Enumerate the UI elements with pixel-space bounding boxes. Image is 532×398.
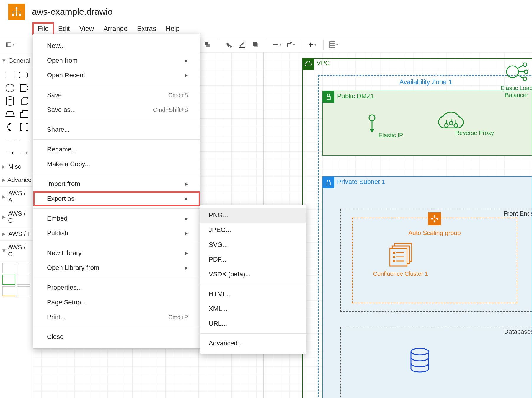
category-advanced[interactable]: ▸Advance [0,173,33,187]
menu-item-open-recent[interactable]: Open Recent▶ [33,68,200,83]
reverse-proxy-node[interactable]: Reverse Proxy [435,110,467,135]
menu-item-open-from[interactable]: Open from▶ [33,53,200,68]
shape-line-dots[interactable] [4,135,16,145]
menu-help[interactable]: Help [161,23,184,35]
menu-file[interactable]: File [33,23,53,35]
elb-label: Elastic Load Balancer [499,84,532,99]
category-aws-c1[interactable]: ▸AWS / C [0,207,33,227]
cluster-label: Confluence Cluster 1 [373,270,428,277]
category-aws-c2[interactable]: ▾AWS / C [0,241,33,261]
shape-rounded[interactable] [18,70,30,80]
menu-item-embed[interactable]: Embed▶ [33,211,200,226]
thumb-2[interactable] [17,263,30,273]
menu-item-publish[interactable]: Publish▶ [33,226,200,241]
shape-cube[interactable] [18,96,30,106]
export-html[interactable]: HTML... [200,287,306,301]
dmz-label: Public DMZ1 [337,92,374,100]
insert-icon[interactable]: +▼ [308,40,317,49]
menu-item-share[interactable]: Share... [33,122,200,137]
menu-arrange[interactable]: Arrange [99,23,132,35]
export-svg[interactable]: SVG... [200,237,306,252]
toback-icon[interactable] [203,40,212,49]
shape-brackets[interactable] [18,122,30,132]
thumb-4[interactable] [17,275,30,285]
az-label: Availability Zone 1 [399,78,452,86]
thumb-3[interactable] [2,275,15,285]
shape-palette [0,67,33,160]
shape-moon[interactable] [4,122,16,132]
menu-item-properties[interactable]: Properties... [33,280,200,295]
elastic-ip-node[interactable]: Elastic IP [367,114,377,137]
shape-cylinder[interactable] [4,96,16,106]
vpc-label: VPC [316,59,330,67]
cluster-node[interactable]: Confluence Cluster 1 [373,241,428,277]
svg-rect-3 [19,14,21,16]
svg-point-23 [449,121,453,125]
elb-node[interactable]: Elastic Load Balancer [499,61,532,99]
export-png[interactable]: PNG... [200,208,306,223]
menu-extras[interactable]: Extras [132,23,161,35]
svg-point-24 [454,124,458,127]
shadow-icon[interactable] [251,40,261,49]
menu-item-rename[interactable]: Rename... [33,142,200,157]
thumb-1[interactable] [2,263,15,273]
svg-point-36 [411,348,429,355]
menu-item-print[interactable]: Print...Cmd+P [33,310,200,324]
menu-edit[interactable]: Edit [53,23,75,35]
shape-tab[interactable] [18,109,30,119]
menu-view[interactable]: View [75,23,99,35]
connection-icon[interactable]: ▼ [273,40,282,49]
menu-item-new-library[interactable]: New Library▶ [33,246,200,260]
svg-rect-16 [5,72,15,78]
shape-line[interactable] [18,135,30,145]
svg-point-22 [445,124,448,127]
svg-rect-13 [253,42,257,46]
svg-rect-0 [16,7,17,9]
svg-rect-17 [19,72,27,78]
export-xml[interactable]: XML... [200,301,306,316]
eip-label: Elastic IP [378,132,403,139]
svg-rect-9 [205,42,208,45]
menu-item-export-as[interactable]: Export as▶ [33,191,200,206]
waypoint-icon[interactable]: ▼ [286,40,296,49]
shape-half[interactable] [18,83,30,93]
databases-group[interactable] [340,327,532,398]
category-aws-i[interactable]: ▸AWS / I [0,227,33,241]
shape-arrow2[interactable] [18,148,30,158]
dmz-group[interactable] [322,91,532,156]
rds-node[interactable] [408,348,432,376]
shape-ellipse[interactable] [4,83,16,93]
export-submenu: PNG...JPEG...SVG...PDF...VSDX (beta)...H… [200,205,306,354]
shape-trap[interactable] [4,109,16,119]
export-jpeg[interactable]: JPEG... [200,223,306,237]
menu-item-page-setup[interactable]: Page Setup... [33,295,200,310]
fill-icon[interactable] [224,40,234,49]
category-misc[interactable]: ▸Misc [0,160,33,173]
priv-label: Private Subnet 1 [337,178,385,186]
shape-rect[interactable] [4,70,16,80]
export-vsdx-beta[interactable]: VSDX (beta)... [200,267,306,282]
svg-rect-29 [327,182,330,185]
thumb-6[interactable] [17,286,30,296]
export-url[interactable]: URL... [200,316,306,331]
menu-item-make-a-copy[interactable]: Make a Copy... [33,157,200,172]
export-advanced[interactable]: Advanced... [200,336,306,351]
menu-item-save-as[interactable]: Save as...Cmd+Shift+S [33,102,200,117]
svg-point-14 [287,46,288,47]
stroke-icon[interactable] [238,40,247,49]
svg-rect-2 [16,14,17,16]
menu-item-close[interactable]: Close [33,330,200,344]
sidebar-toggle-button[interactable]: ▼ [6,40,15,49]
export-pdf[interactable]: PDF... [200,252,306,267]
shape-arrow[interactable] [4,148,16,158]
menu-item-import-from[interactable]: Import from▶ [33,177,200,191]
svg-point-28 [523,77,527,81]
menu-item-open-library-from[interactable]: Open Library from▶ [33,260,200,275]
menu-item-new[interactable]: New... [33,38,200,53]
category-aws-a[interactable]: ▸AWS / A [0,187,33,207]
table-icon[interactable]: ▼ [329,40,339,49]
svg-point-21 [369,115,375,121]
thumb-5[interactable] [2,286,15,296]
category-general[interactable]: ▾General [0,54,33,67]
menu-item-save[interactable]: SaveCmd+S [33,88,200,102]
